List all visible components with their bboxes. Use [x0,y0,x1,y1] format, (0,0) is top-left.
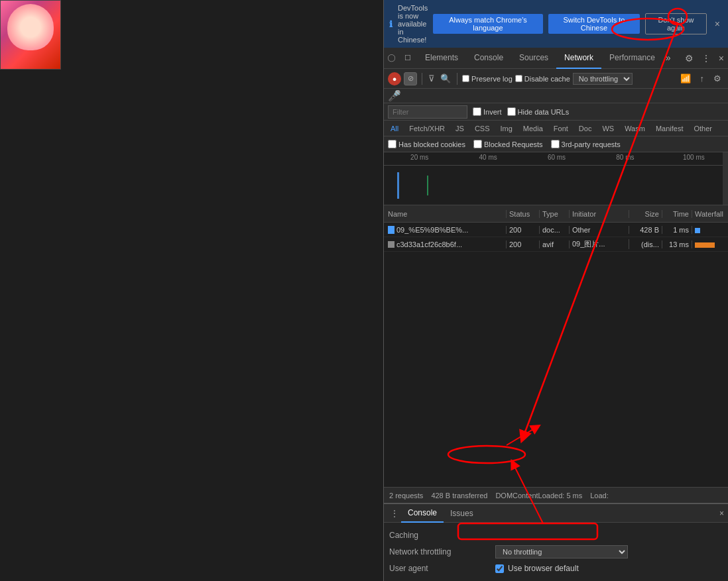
row1-waterfall [692,226,728,234]
third-party-input[interactable] [551,140,560,148]
filter-input[interactable] [388,105,467,119]
drawer-tab-issues[interactable]: Issues [444,504,480,523]
column-size-header[interactable]: Size [629,210,662,218]
preserve-log-checkbox[interactable]: Preserve log [462,75,513,83]
stop-button[interactable]: ⊘ [404,72,417,85]
table-row[interactable]: 09_%E5%9B%BE%... 200 doc... Other 428 B … [384,223,728,237]
wifi-icon[interactable]: 📶 [678,72,694,85]
dom-content-loaded: DOMContentLoaded: 5 ms [495,492,582,500]
ruler-20ms: 20 ms [385,152,454,162]
tab-performance[interactable]: Performance [601,48,663,69]
filter-other-button[interactable]: Other [691,124,715,133]
tab-console[interactable]: Console [466,48,511,69]
hide-data-urls-label: Hide data URLs [518,108,570,116]
drawer-settings-content: Caching Network throttling No throttling… [384,523,728,581]
row2-name-text: c3d33a1cf26c8b6f... [396,240,462,248]
cursor-icon[interactable]: ⃝ [387,52,400,65]
timeline-bar-1 [397,172,399,199]
filter-bar: Invert Hide data URLs [384,103,728,121]
filter-css-button[interactable]: CSS [472,124,493,133]
requests-count: 2 requests [389,492,423,500]
drawer-close-button[interactable]: × [719,509,724,518]
filter-fetch-xhr-button[interactable]: Fetch/XHR [406,124,448,133]
invert-input[interactable] [473,107,481,116]
filter-img-button[interactable]: Img [498,124,515,133]
throttle-selector[interactable]: No throttling Fast 3G Slow 3G Offline Cu… [573,73,633,85]
row1-type: doc... [540,226,570,234]
use-browser-default-label: Use browser default [508,564,579,573]
devtools-settings-icon[interactable]: ⚙ [681,53,698,64]
bottom-drawer: ⋮ Console Issues × Caching Network throt… [384,503,728,581]
column-name-header[interactable]: Name [384,210,507,218]
filter-font-button[interactable]: Font [551,124,571,133]
blocked-requests-filter[interactable]: Blocked Requests [473,140,543,148]
tab-network[interactable]: Network [556,48,601,69]
column-waterfall-header[interactable]: Waterfall [692,210,728,218]
row2-status: 200 [507,240,540,248]
filter-media-button[interactable]: Media [520,124,546,133]
export-icon[interactable]: ↑ [698,72,707,85]
row2-size: (dis... [629,240,662,248]
row2-img-icon [388,241,394,248]
row1-name-text: 09_%E5%9B%BE%... [396,226,468,234]
table-row[interactable]: c3d33a1cf26c8b6f... 200 avif 09_图片... (d… [384,237,728,252]
column-initiator-header[interactable]: Initiator [570,210,629,218]
filter-icon[interactable]: ⊽ [427,72,436,85]
hide-data-urls-checkbox[interactable]: Hide data URLs [507,107,570,116]
blocked-requests-input[interactable] [473,140,482,148]
network-throttling-label: Network throttling [389,547,495,556]
ruler-80ms: 80 ms [591,152,659,162]
column-type-header[interactable]: Type [540,210,570,218]
use-browser-default-input[interactable] [495,564,504,573]
tab-elements[interactable]: Elements [417,48,466,69]
row1-initiator: Other [570,226,629,234]
preserve-log-input[interactable] [462,75,469,82]
column-status-header[interactable]: Status [507,210,540,218]
row1-size: 428 B [629,226,662,234]
use-browser-default-checkbox[interactable]: Use browser default [495,564,723,573]
devtools-close-button[interactable]: × [715,53,728,64]
filter-doc-button[interactable]: Doc [576,124,595,133]
tab-more-button[interactable]: » [663,48,674,69]
disable-cache-checkbox[interactable]: Disable cache [515,75,570,83]
filter-ws-button[interactable]: WS [599,124,617,133]
invert-checkbox[interactable]: Invert [473,107,502,116]
table-empty-space [384,302,728,487]
third-party-filter[interactable]: 3rd-party requests [551,140,621,148]
caching-row: Caching [389,528,723,543]
network-status-bar: 2 requests 428 B transferred DOMContentL… [384,487,728,503]
hide-data-urls-input[interactable] [507,107,516,116]
drawer-menu-icon[interactable]: ⋮ [388,509,401,518]
network-table-body[interactable]: 09_%E5%9B%BE%... 200 doc... Other 428 B … [384,223,728,302]
info-icon: ℹ [389,19,393,29]
filter-all-button[interactable]: All [388,124,401,133]
dont-show-again-button[interactable]: Don't show again [645,13,707,34]
load-time: Load: [590,492,609,500]
blocked-requests-label: Blocked Requests [484,140,543,148]
filter-wasm-button[interactable]: Wasm [622,124,648,133]
devtools-menu-icon[interactable]: ⋮ [698,53,715,64]
transferred-size: 428 B transferred [431,492,487,500]
network-throttling-row: Network throttling No throttling Fast 3G… [389,543,723,561]
blocked-cookies-filter[interactable]: Has blocked cookies [388,140,465,148]
type-filter-bar: All Fetch/XHR JS CSS Img Media Font Doc … [384,121,728,136]
timeline-scrollbar[interactable] [723,152,728,205]
filter-manifest-button[interactable]: Manifest [653,124,686,133]
switch-devtools-button[interactable]: Switch DevTools to Chinese [548,14,640,34]
blocked-cookies-input[interactable] [388,140,396,148]
filter-js-button[interactable]: JS [453,124,467,133]
network-throttling-select[interactable]: No throttling Fast 3G Slow 3G Offline Cu… [495,545,628,558]
search-icon[interactable]: 🔍 [439,72,452,85]
devtools-settings-btn[interactable]: ⚙ [711,72,724,85]
network-toolbar: ● ⊘ ⊽ 🔍 Preserve log Disable cache No th… [384,69,728,89]
ruler-60ms: 60 ms [522,152,591,162]
tab-sources[interactable]: Sources [511,48,556,69]
lang-bar-close-button[interactable]: × [712,19,723,29]
drawer-tab-console[interactable]: Console [401,504,444,523]
timeline-area: 20 ms 40 ms 60 ms 80 ms 100 ms [384,152,728,205]
device-icon[interactable]: ☐ [401,52,414,65]
match-language-button[interactable]: Always match Chrome's language [433,14,542,34]
record-button[interactable]: ● [388,72,401,85]
disable-cache-input[interactable] [515,75,522,82]
column-time-header[interactable]: Time [662,210,692,218]
